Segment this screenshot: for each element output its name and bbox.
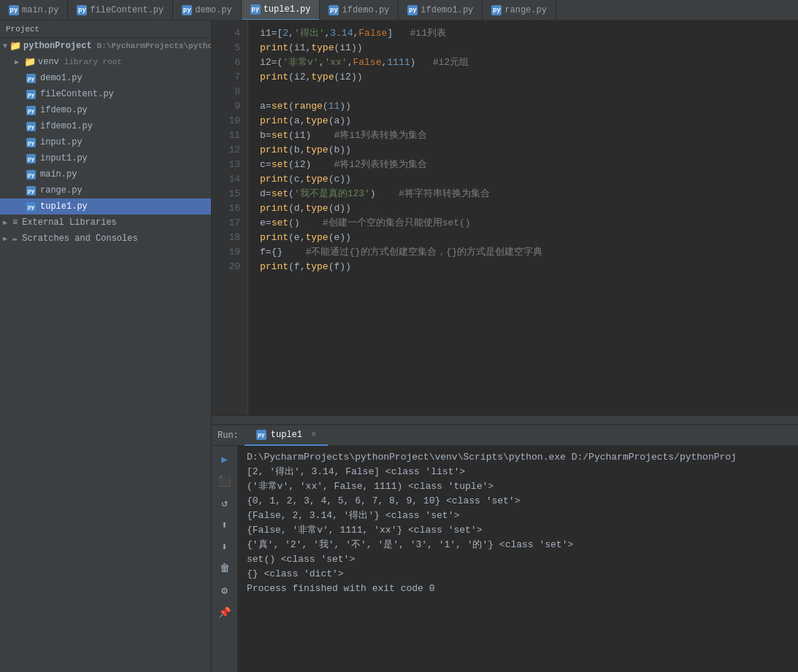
run-button[interactable]: ▶: [215, 449, 235, 469]
tab-label: ifdemo.py: [342, 0, 389, 20]
tab-label: range.py: [504, 0, 547, 20]
tab-ifdemo-py[interactable]: py ifdemo.py: [320, 0, 399, 20]
clear-button[interactable]: 🗑: [215, 558, 235, 579]
code-line-14: print(c,type(c)): [260, 172, 798, 187]
file-tree: ▼ 📁 pythonProject D:\PycharmProjects\pyt…: [0, 38, 211, 672]
lib-icon: ≡: [12, 217, 18, 228]
tree-item-venv[interactable]: ▶ 📁 venv library root: [0, 54, 211, 70]
run-py-icon: py: [256, 430, 266, 440]
code-editor: 4 5 6 7 8 9 10 11 12 13 14 15 16 17 18 1…: [212, 20, 798, 424]
tree-item-main[interactable]: py main.py: [0, 166, 211, 182]
tab-ifdemo1-py[interactable]: py ifdemo1.py: [399, 0, 483, 20]
output-line: set() <class 'set'>: [247, 552, 789, 567]
folder-icon: 📁: [24, 56, 36, 68]
settings-button[interactable]: ⚙: [215, 580, 235, 600]
tab-label: demo.py: [195, 0, 231, 20]
py-file-icon: py: [26, 170, 36, 179]
code-lines: i1=[2,'得出',3.14,False] #i1列表 print(i1,ty…: [248, 20, 798, 415]
code-line-20: print(f,type(f)): [260, 260, 798, 274]
py-file-icon: py: [26, 154, 36, 163]
tree-item-input[interactable]: py input.py: [0, 134, 211, 150]
run-tab-close[interactable]: ×: [311, 425, 316, 445]
scroll-top-button[interactable]: ⬆: [215, 514, 235, 535]
chevron-right-icon: ▶: [15, 58, 22, 66]
py-file-icon: py: [26, 186, 36, 196]
tree-item-ifdemo[interactable]: py ifdemo.py: [0, 102, 211, 118]
code-line-15: d=set('我不是真的123') #将字符串转换为集合: [260, 187, 798, 201]
external-libraries-label: External Libraries: [22, 217, 117, 228]
scroll-bottom-button[interactable]: ⬇: [215, 536, 235, 557]
code-line-18: print(e,type(e)): [260, 231, 798, 245]
code-line-12: print(b,type(b)): [260, 143, 798, 158]
output-line: {} <class 'dict'>: [247, 567, 789, 582]
py-file-icon: py: [26, 202, 36, 212]
filename-label: range.py: [40, 185, 83, 196]
py-icon: py: [491, 5, 502, 15]
run-panel-content: ▶ ⬛ ↺ ⬆ ⬇ 🗑 ⚙ 📌 D:\PycharmProjects\pytho…: [212, 446, 798, 672]
tab-label: ifdemo1.py: [421, 0, 473, 20]
tree-item-project[interactable]: ▼ 📁 pythonProject D:\PycharmProjects\pyt…: [0, 38, 211, 54]
project-name-label: pythonProject: [23, 41, 92, 51]
tab-tuple1-py[interactable]: py tuple1.py: [242, 0, 321, 20]
code-line-5: print(i1,type(i1)): [260, 41, 798, 55]
tree-item-range[interactable]: py range.py: [0, 182, 211, 198]
filename-label: main.py: [40, 169, 77, 179]
run-toolbar: ▶ ⬛ ↺ ⬆ ⬇ 🗑 ⚙ 📌: [212, 446, 238, 672]
output-line: [2, '得出', 3.14, False] <class 'list'>: [247, 465, 789, 479]
exit-code-line: Process finished with exit code 0: [247, 582, 789, 596]
run-label: Run:: [212, 430, 245, 441]
py-file-icon: py: [26, 122, 36, 131]
py-icon: py: [250, 4, 261, 15]
py-icon: py: [182, 5, 192, 15]
bottom-tab-bar: Run: py tuple1 ×: [212, 425, 798, 446]
horizontal-scrollbar[interactable]: [212, 415, 798, 424]
py-file-icon: py: [26, 106, 36, 115]
tab-demo-py[interactable]: py demo.py: [173, 0, 241, 20]
output-line: ('非常v', 'xx', False, 1111) <class 'tuple…: [247, 479, 789, 494]
tree-item-ifdemo1[interactable]: py ifdemo1.py: [0, 118, 211, 134]
code-line-6: i2=('非常v','xx',False,1111) #i2元组: [260, 55, 798, 70]
tree-item-filecontent[interactable]: py fileContent.py: [0, 86, 211, 102]
tree-item-tuple1[interactable]: py tuple1.py: [0, 198, 211, 215]
sidebar: Project ▼ 📁 pythonProject D:\PycharmProj…: [0, 20, 212, 672]
output-line: D:\PycharmProjects\pythonProject\venv\Sc…: [247, 450, 789, 465]
code-line-11: b=set(i1) #将i1列表转换为集合: [260, 128, 798, 143]
tree-item-input1[interactable]: py input1.py: [0, 150, 211, 166]
main-area: Project ▼ 📁 pythonProject D:\PycharmProj…: [0, 20, 798, 672]
py-icon: py: [77, 5, 87, 15]
code-container[interactable]: 4 5 6 7 8 9 10 11 12 13 14 15 16 17 18 1…: [212, 20, 798, 415]
chevron-right-icon: ▶: [3, 218, 10, 227]
filename-label: ifdemo.py: [40, 105, 88, 115]
run-text: Run:: [218, 430, 239, 441]
pin-button[interactable]: 📌: [215, 602, 235, 622]
tab-main-py[interactable]: py main.py: [0, 0, 68, 20]
py-file-icon: py: [26, 138, 36, 147]
run-output: D:\PycharmProjects\pythonProject\venv\Sc…: [238, 446, 798, 672]
tab-run-tuple1[interactable]: py tuple1 ×: [245, 425, 328, 446]
tab-label: fileContent.py: [90, 0, 164, 20]
stop-button[interactable]: ⬛: [215, 471, 235, 491]
filename-label: fileContent.py: [40, 89, 114, 99]
tab-range-py[interactable]: py range.py: [483, 0, 556, 20]
code-line-10: print(a,type(a)): [260, 114, 798, 128]
tab-filecontent-py[interactable]: py fileContent.py: [68, 0, 173, 20]
code-line-13: c=set(i2) #将i2列表转换为集合: [260, 158, 798, 172]
project-path-label: D:\PycharmProjects\python: [97, 42, 211, 50]
output-line: {False, 2, 3.14, '得出'} <class 'set'>: [247, 509, 789, 523]
folder-icon: 📁: [9, 40, 21, 52]
tree-item-demo1[interactable]: py demo1.py: [0, 70, 211, 86]
tree-item-scratches[interactable]: ▶ ✏ Scratches and Consoles: [0, 231, 211, 247]
rerun-button[interactable]: ↺: [215, 493, 235, 513]
filename-label: demo1.py: [40, 73, 83, 83]
code-line-7: print(i2,type(i2)): [260, 70, 798, 85]
code-line-16: print(d,type(d)): [260, 201, 798, 216]
output-line: {0, 1, 2, 3, 4, 5, 6, 7, 8, 9, 10} <clas…: [247, 494, 789, 509]
tree-item-external-libs[interactable]: ▶ ≡ External Libraries: [0, 215, 211, 231]
output-line: {False, '非常v', 1111, 'xx'} <class 'set'>: [247, 523, 789, 538]
code-line-17: e=set() #创建一个空的集合只能使用set(): [260, 216, 798, 231]
sidebar-header: Project: [0, 20, 211, 38]
chevron-right-icon: ▶: [3, 234, 10, 243]
tab-label: tuple1.py: [264, 0, 311, 20]
tab-label: main.py: [22, 0, 58, 20]
scratches-label: Scratches and Consoles: [22, 233, 137, 244]
